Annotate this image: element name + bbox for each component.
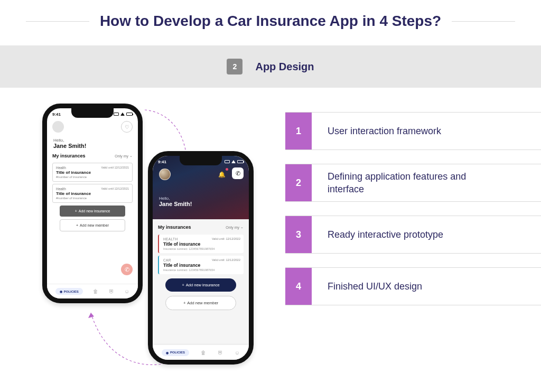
section-header: My insurances Only my ⌄ (153, 221, 249, 232)
bell-icon: ♡ (125, 124, 129, 130)
tab-profile-icon[interactable]: ☺ (124, 288, 129, 294)
status-time: 9:41 (158, 160, 166, 164)
mockup-area: 9:41 ♡ Hello, Jane Smith! My insurances … (21, 104, 264, 378)
section-title: My insurances (52, 153, 86, 158)
hero-header: 9:41 🔔 ✆ Hello, Jane Smith! (153, 156, 249, 219)
insurance-card-health[interactable]: HEALTH Valid until: 12/12/2022 Title of … (158, 235, 244, 253)
tab-policies[interactable]: ◉ POLICIES (55, 288, 83, 295)
step-label: App Design (255, 61, 314, 73)
plus-icon: + (76, 223, 78, 227)
wireframe-phone: 9:41 ♡ Hello, Jane Smith! My insurances … (42, 104, 143, 303)
step-item-text: Ready interactive prototype (312, 216, 459, 253)
greeting-name: Jane Smith! (153, 201, 249, 211)
tab-trash-icon[interactable]: 🗑 (201, 350, 206, 356)
plus-icon: + (183, 301, 185, 305)
button-label: Add new member (80, 223, 109, 227)
battery-icon (126, 113, 133, 116)
card-subtitle: Insurance contract: 1234567891987654 (163, 247, 240, 250)
button-label: Add new insurance (186, 283, 220, 287)
card-title: Title of insurance (163, 241, 240, 247)
tab-claims-icon[interactable]: ⛨ (218, 350, 223, 356)
filter-label: Only my (115, 154, 128, 158)
step-item-4: 4 Finished UI/UX design (285, 267, 541, 305)
section-header: My insurances Only my ⌄ (47, 153, 138, 161)
tab-label: POLICIES (64, 290, 79, 293)
call-button[interactable]: ✆ (232, 167, 244, 179)
card-title: Title of insurance (163, 263, 240, 268)
divider-left (26, 21, 89, 22)
step-number-badge: 2 (227, 59, 242, 74)
notifications-button[interactable]: 🔔 (216, 169, 228, 180)
add-member-button[interactable]: + Add new member (165, 296, 236, 310)
plus-icon: + (182, 283, 184, 287)
tab-label: POLICIES (170, 351, 185, 354)
phone-icon: ✆ (236, 170, 240, 177)
notification-badge (226, 168, 228, 171)
page-title: How to Develop a Car Insurance App in 4 … (100, 13, 441, 30)
signal-icon (225, 160, 230, 163)
shield-icon: ◉ (166, 351, 169, 354)
phone-icon: ✆ (125, 266, 129, 273)
wifi-icon (231, 160, 236, 163)
tab-profile-icon[interactable]: ☺ (235, 350, 240, 356)
step-item-number: 4 (285, 268, 312, 305)
chevron-down-icon: ⌄ (240, 225, 244, 229)
steps-list: 1 User interaction framework 2 Defining … (285, 104, 541, 378)
tab-policies[interactable]: ◉ POLICIES (162, 349, 189, 356)
step-item-3: 3 Ready interactive prototype (285, 216, 541, 254)
battery-icon (237, 160, 244, 163)
status-time: 9:41 (52, 112, 61, 117)
card-validity: Valid until 12/12/2021 (101, 166, 129, 169)
insurance-card[interactable]: Health Valid until 12/12/2021 Title of i… (52, 184, 133, 203)
wifi-icon (120, 113, 125, 116)
filter-dropdown[interactable]: Only my ⌄ (115, 154, 133, 158)
add-insurance-button[interactable]: + Add new insurance (60, 206, 125, 217)
card-validity: Valid until: 12/12/2022 (212, 237, 240, 240)
card-title: Title of insurance (56, 191, 129, 196)
card-subtitle: #number of insurance (56, 175, 129, 179)
add-member-button[interactable]: + Add new member (60, 219, 125, 231)
step-item-text: User interaction framework (312, 113, 457, 150)
call-fab[interactable]: ✆ (121, 264, 133, 275)
card-subtitle: #number of insurance (56, 197, 129, 200)
tab-trash-icon[interactable]: 🗑 (93, 288, 98, 294)
step-item-text: Defining application features and interf… (312, 164, 502, 201)
step-item-number: 1 (285, 113, 312, 150)
phone-notch (71, 108, 114, 118)
greeting-name: Jane Smith! (47, 143, 138, 153)
hifi-phone: 9:41 🔔 ✆ Hello, Jane Smith! (148, 151, 254, 365)
card-subtitle: Insurance contract: 1234567891987654 (163, 268, 240, 272)
button-label: Add new insurance (79, 209, 110, 213)
tab-bar: ◉ POLICIES 🗑 ⛨ ☺ (47, 284, 138, 298)
chevron-down-icon: ⌄ (129, 154, 133, 158)
filter-dropdown[interactable]: Only my ⌄ (226, 225, 244, 229)
bell-icon: 🔔 (218, 171, 226, 178)
phone-notch (180, 156, 222, 165)
status-icons (225, 160, 244, 163)
card-validity: Valid until 12/12/2021 (101, 187, 129, 190)
filter-label: Only my (226, 226, 239, 229)
notifications-button[interactable]: ♡ (121, 121, 133, 133)
divider-right (452, 21, 515, 22)
avatar[interactable] (159, 169, 171, 180)
content-row: 9:41 ♡ Hello, Jane Smith! My insurances … (0, 88, 541, 378)
insurance-card-car[interactable]: CAR Valid until: 12/12/2022 Title of ins… (158, 256, 244, 274)
status-icons (114, 113, 133, 116)
add-insurance-button[interactable]: + Add new insurance (165, 278, 236, 292)
step-band: 2 App Design (0, 45, 541, 88)
step-item-1: 1 User interaction framework (285, 112, 541, 150)
insurance-card[interactable]: Health Valid until 12/12/2021 Title of i… (52, 163, 133, 182)
signal-icon (114, 113, 119, 116)
step-item-number: 3 (285, 216, 312, 253)
section-title: My insurances (158, 225, 191, 230)
tab-claims-icon[interactable]: ⛨ (109, 288, 114, 294)
shield-icon: ◉ (60, 290, 62, 293)
greeting-prefix: Hello, (47, 133, 138, 143)
step-item-2: 2 Defining application features and inte… (285, 164, 541, 202)
page-title-row: How to Develop a Car Insurance App in 4 … (0, 0, 541, 30)
step-item-text: Finished UI/UX design (312, 268, 438, 305)
plus-icon: + (75, 209, 77, 213)
avatar-placeholder[interactable] (52, 121, 64, 133)
tab-bar: ◉ POLICIES 🗑 ⛨ ☺ (153, 345, 249, 360)
button-label: Add new member (187, 301, 218, 305)
